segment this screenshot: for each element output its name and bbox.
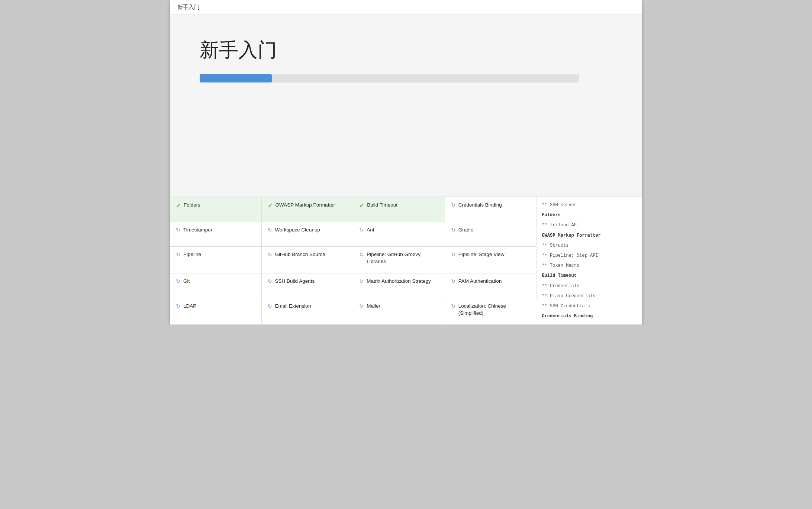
log-line: ** Pipeline: Step API [542, 252, 598, 259]
plugin-cell: ↻Email Extension [262, 298, 354, 325]
plugin-name: GitHub Branch Source [275, 251, 325, 258]
plugin-cell: ↻Gradle [445, 222, 537, 247]
plugin-cell: ↻GitHub Branch Source [262, 247, 354, 273]
spin-icon: ↻ [359, 227, 364, 233]
plugin-name: Matrix Authorization Strategy [367, 278, 431, 285]
plugin-cell: ↻Localization: Chinese (Simplified) [445, 298, 537, 325]
plugin-name: LDAP [183, 303, 196, 310]
spin-icon: ↻ [451, 202, 455, 208]
plugin-cell: ↻Matrix Authorization Strategy [353, 273, 445, 298]
main-window: 新手入门 新手入门 ✓Folders✓OWASP Markup Formatte… [170, 0, 642, 325]
log-line: Folders [542, 212, 560, 219]
page-title: 新手入门 [200, 37, 612, 63]
main-content: 新手入门 [170, 15, 642, 197]
spin-icon: ↻ [359, 303, 364, 309]
log-cell: ** SSH serverFolders** Trilead APIOWASP … [536, 197, 642, 325]
plugin-cell: ↻LDAP [170, 298, 262, 325]
progress-bar-fill [200, 74, 272, 82]
plugin-cell: ✓Build Timeout [353, 197, 445, 222]
plugin-cell: ↻Credentials Binding [445, 197, 537, 222]
plugin-name: PAM Authentication [458, 278, 502, 285]
plugin-name: SSH Build Agents [275, 278, 315, 285]
log-line: ** Plain Credentials [542, 293, 595, 300]
plugin-cell: ✓Folders [170, 197, 262, 222]
log-line: ** SSH server [542, 202, 577, 209]
plugin-name: Email Extension [275, 303, 311, 310]
spin-icon: ↻ [268, 278, 272, 284]
plugin-cell: ↻Pipeline: GitHub Groovy Libraries [353, 247, 445, 273]
spin-icon: ↻ [268, 252, 272, 257]
plugin-name: OWASP Markup Formatter [276, 202, 335, 209]
plugin-name: Mailer [367, 303, 380, 310]
plugin-cell: ↻Pipeline: Stage View [445, 247, 537, 273]
log-line: ** Token Macro [542, 262, 579, 269]
progress-bar-container [200, 74, 579, 82]
plugin-name: Folders [184, 202, 200, 209]
plugin-name: Workspace Cleanup [275, 227, 320, 234]
check-icon: ✓ [268, 202, 273, 209]
plugin-name: Localization: Chinese (Simplified) [458, 303, 531, 317]
log-line: ** Credentials [542, 283, 579, 290]
plugin-name: Pipeline: GitHub Groovy Libraries [367, 251, 439, 265]
title-bar-label: 新手入门 [177, 4, 200, 10]
check-icon: ✓ [359, 202, 364, 209]
spin-icon: ↻ [268, 303, 272, 309]
plugin-name: Credentials Binding [458, 202, 502, 209]
plugin-name: Build Timeout [367, 202, 397, 209]
plugin-grid: ✓Folders✓OWASP Markup Formatter✓Build Ti… [170, 197, 642, 325]
log-line: Build Timeout [542, 272, 577, 279]
spin-icon: ↻ [176, 227, 180, 233]
log-line: Credentials Binding [542, 313, 593, 320]
spin-icon: ↻ [359, 252, 364, 257]
plugin-cell: ↻Mailer [353, 298, 445, 325]
spin-icon: ↻ [451, 303, 455, 309]
plugin-cell: ↻Workspace Cleanup [262, 222, 354, 247]
plugin-cell: ↻Ant [353, 222, 445, 247]
spin-icon: ↻ [268, 227, 272, 233]
spin-icon: ↻ [176, 252, 180, 257]
plugin-name: Git [183, 278, 190, 285]
plugin-cell: ↻Pipeline [170, 247, 262, 273]
plugin-name: Pipeline [183, 251, 201, 258]
check-icon: ✓ [176, 202, 181, 209]
spin-icon: ↻ [176, 278, 180, 284]
plugin-name: Gradle [458, 227, 474, 234]
log-line: ** SSH Credentials [542, 303, 590, 310]
spin-icon: ↻ [359, 278, 364, 284]
plugin-cell: ↻PAM Authentication [445, 273, 537, 298]
log-line: ** Structs [542, 242, 568, 249]
plugin-name: Ant [367, 227, 374, 234]
title-bar: 新手入门 [170, 0, 642, 15]
plugin-cell: ✓OWASP Markup Formatter [262, 197, 354, 222]
log-line: ** Trilead API [542, 222, 579, 229]
spin-icon: ↻ [451, 227, 455, 233]
plugin-cell: ↻Timestamper [170, 222, 262, 247]
spin-icon: ↻ [176, 303, 180, 309]
plugin-name: Pipeline: Stage View [458, 251, 505, 258]
spin-icon: ↻ [451, 278, 455, 284]
plugin-cell: ↻SSH Build Agents [262, 273, 354, 298]
log-line: OWASP Markup Formatter [542, 232, 600, 239]
plugin-name: Timestamper [183, 227, 212, 234]
plugin-cell: ↻Git [170, 273, 262, 298]
spin-icon: ↻ [451, 252, 455, 257]
